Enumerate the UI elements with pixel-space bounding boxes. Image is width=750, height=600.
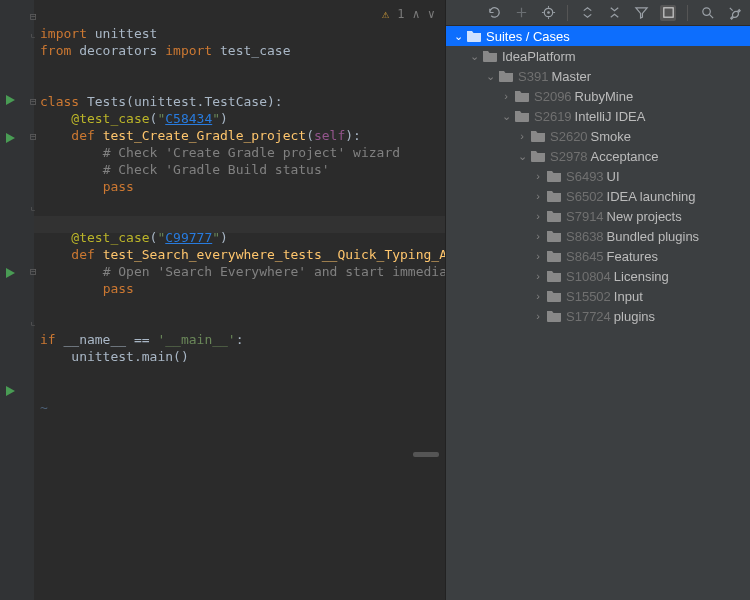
folder-icon [546,249,562,263]
code-token [40,145,103,160]
tree-item[interactable]: ⌄S391Master [446,66,750,86]
chevron-right-icon[interactable]: › [532,170,544,182]
code-token: test_case [212,43,290,58]
search-icon[interactable] [699,5,715,21]
separator [687,5,688,21]
code-token: class [40,94,87,109]
tree-item[interactable]: ›S10804Licensing [446,266,750,286]
chevron-right-icon[interactable]: › [516,130,528,142]
tree-id: S2619 [534,109,572,124]
folder-icon [546,209,562,223]
tree-id: S2620 [550,129,588,144]
code-token [40,179,103,194]
end-of-file-marker: ~ [40,400,48,415]
chevron-right-icon[interactable]: › [532,250,544,262]
tree-id: S6493 [566,169,604,184]
code-token: __name__ [63,332,126,347]
code-token: import [40,26,87,41]
tree-item[interactable]: ⌄IdeaPlatform [446,46,750,66]
tree-item[interactable]: ›S6502IDEA launching [446,186,750,206]
chevron-down-icon[interactable]: ⌄ [468,50,480,63]
chevron-down-icon[interactable]: ⌄ [452,30,464,43]
tree-item[interactable]: ›S15502Input [446,286,750,306]
horizontal-scrollbar[interactable] [413,452,439,457]
code-token [40,128,71,143]
chevron-right-icon[interactable]: › [532,190,544,202]
tree-label: Licensing [614,269,669,284]
chevron-down-icon[interactable]: ⌄ [500,110,512,123]
code-token: (unittest.TestCase): [126,94,283,109]
code-token: == [126,332,157,347]
tree-item[interactable]: ⌄S2978Acceptance [446,146,750,166]
code-token: from [40,43,71,58]
tree-label: UI [607,169,620,184]
chevron-right-icon[interactable]: › [532,230,544,242]
separator [567,5,568,21]
chevron-down-icon[interactable]: ⌄ [516,150,528,163]
folder-icon [546,229,562,243]
code-token: @test_case [71,230,149,245]
decorator-link[interactable]: C58434 [165,111,212,126]
expand-all-icon[interactable] [579,5,595,21]
run-icon[interactable] [6,133,18,145]
run-icon[interactable] [6,268,18,280]
collapse-all-icon[interactable] [606,5,622,21]
code-token [40,264,103,279]
fold-end: ⌞ [30,28,40,39]
code-token: # Open 'Search Everywhere' and start imm… [103,264,445,279]
code-token [40,247,71,262]
add-icon[interactable] [513,5,529,21]
tree-label: Features [607,249,658,264]
code-token: test_Create_Gradle_project [103,128,307,143]
tree-item[interactable]: ›S17724plugins [446,306,750,326]
run-icon[interactable] [6,95,18,107]
code-token: Tests [87,94,126,109]
folder-icon [530,129,546,143]
tree-item[interactable]: ›S6493UI [446,166,750,186]
chevron-right-icon[interactable]: › [500,90,512,102]
code-token: : [236,332,244,347]
code-token: test_Search_everywhere_tests__Quick_Typi… [103,247,445,262]
folder-icon [482,49,498,63]
tree-item[interactable]: ›S8645Features [446,246,750,266]
tree-item[interactable]: ⌄S2619IntelliJ IDEA [446,106,750,126]
tree-root[interactable]: ⌄ Suites / Cases [446,26,750,46]
code-token: pass [103,281,134,296]
fold-toggle[interactable]: ⊟ [30,11,40,22]
code-token [40,230,71,245]
view-mode-icon[interactable] [660,5,676,21]
settings-icon[interactable] [726,5,742,21]
refresh-icon[interactable] [486,5,502,21]
chevron-down-icon[interactable]: ⌄ [484,70,496,83]
chevron-right-icon[interactable]: › [532,310,544,322]
svg-point-3 [702,8,710,16]
tree-label: Input [614,289,643,304]
folder-icon [514,89,530,103]
gutter: ⊟ ⌞ ⊟ ⊟ ⌞ ⊟ ⌞ [0,0,34,600]
filter-icon[interactable] [633,5,649,21]
chevron-right-icon[interactable]: › [532,290,544,302]
fold-toggle[interactable]: ⊟ [30,96,40,107]
fold-toggle[interactable]: ⊟ [30,266,40,277]
tree-id: S10804 [566,269,611,284]
target-icon[interactable] [540,5,556,21]
tree-item[interactable]: ›S8638Bundled plugins [446,226,750,246]
code-token: ): [345,128,361,143]
editor-pane[interactable]: ⊟ ⌞ ⊟ ⊟ ⌞ ⊟ ⌞ ⚠ 1 ∧ ∨ import unittest fr… [0,0,445,600]
tree-item[interactable]: ›S2620Smoke [446,126,750,146]
decorator-link[interactable]: C99777 [165,230,212,245]
code-area[interactable]: import unittest from decorators import t… [40,8,445,433]
code-token [40,111,71,126]
run-icon[interactable] [6,386,18,398]
tree-id: S6502 [566,189,604,204]
tree-label: Bundled plugins [607,229,700,244]
tree-item[interactable]: ›S2096RubyMine [446,86,750,106]
tree-item[interactable]: ›S7914New projects [446,206,750,226]
chevron-right-icon[interactable]: › [532,270,544,282]
fold-toggle[interactable]: ⊟ [30,131,40,142]
code-token: decorators [71,43,165,58]
folder-icon [546,309,562,323]
chevron-right-icon[interactable]: › [532,210,544,222]
tree[interactable]: ⌄ Suites / Cases ⌄IdeaPlatform⌄S391Maste… [446,26,750,600]
code-token: pass [103,179,134,194]
